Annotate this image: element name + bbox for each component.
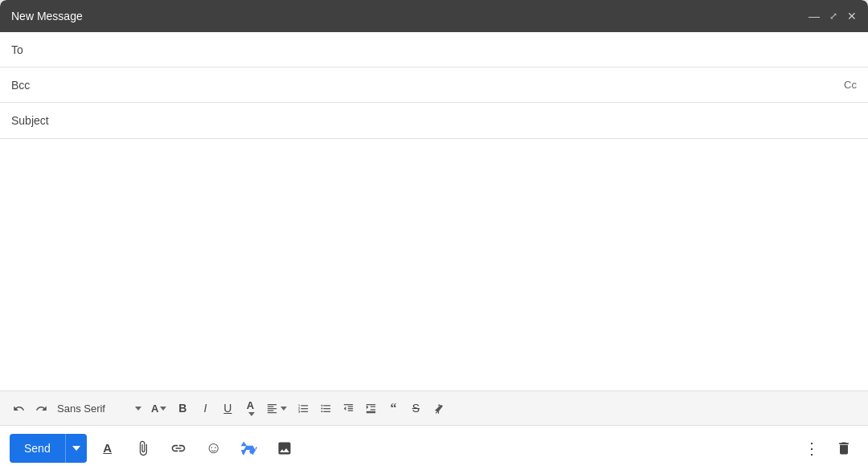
title-bar: New Message — ⤢ ✕ — [0, 0, 868, 32]
insert-link-button[interactable] — [164, 434, 193, 463]
font-family-selector[interactable]: Sans Serif Serif Fixed width Wide Narrow… — [53, 398, 145, 419]
bottom-bar: Send A ☺ ⋮ — [0, 425, 868, 470]
subject-field-row: Subject — [0, 103, 868, 138]
header-fields: To Bcc Cc Subject — [0, 32, 868, 139]
font-family-chevron-icon — [135, 407, 141, 411]
text-color-chevron-icon — [248, 412, 255, 416]
cc-toggle[interactable]: Cc — [844, 79, 857, 91]
remove-format-button[interactable] — [428, 398, 448, 419]
quote-button[interactable]: “ — [383, 398, 403, 419]
send-arrow-icon — [72, 446, 80, 451]
italic-button[interactable]: I — [194, 398, 215, 419]
bcc-label: Bcc — [11, 79, 43, 92]
attach-file-button[interactable] — [129, 434, 158, 463]
bold-button[interactable]: B — [172, 398, 193, 419]
undo-button[interactable] — [8, 398, 29, 419]
insert-photo-button[interactable] — [270, 434, 299, 463]
compose-window: New Message — ⤢ ✕ To Bcc Cc Subject — [0, 0, 868, 470]
bullet-list-button[interactable] — [315, 398, 336, 419]
underline-button[interactable]: U — [217, 398, 238, 419]
formatting-toggle-button[interactable]: A — [93, 434, 122, 463]
close-button[interactable]: ✕ — [847, 10, 857, 22]
body-input[interactable] — [11, 147, 857, 382]
bcc-field-row: Bcc Cc — [0, 67, 868, 103]
delete-button[interactable] — [829, 434, 858, 463]
bcc-input[interactable] — [43, 79, 837, 92]
redo-button[interactable] — [31, 398, 51, 419]
font-family-select[interactable]: Sans Serif Serif Fixed width Wide Narrow… — [57, 403, 133, 415]
text-color-label: A — [247, 400, 254, 411]
text-color-button[interactable]: A — [240, 398, 260, 419]
numbered-list-button[interactable] — [293, 398, 313, 419]
insert-drive-button[interactable] — [235, 434, 264, 463]
to-label: To — [11, 43, 43, 56]
expand-button[interactable]: ⤢ — [829, 11, 837, 21]
increase-indent-button[interactable] — [360, 398, 381, 419]
window-title: New Message — [11, 10, 83, 22]
body-area — [0, 139, 868, 390]
send-options-button[interactable] — [65, 434, 87, 463]
align-button[interactable] — [262, 398, 291, 419]
window-controls: — ⤢ ✕ — [809, 10, 857, 22]
to-input[interactable] — [43, 43, 857, 56]
subject-input[interactable] — [49, 114, 857, 127]
minimize-button[interactable]: — — [809, 10, 820, 22]
formatting-toolbar: Sans Serif Serif Fixed width Wide Narrow… — [0, 390, 868, 425]
insert-emoji-button[interactable]: ☺ — [199, 434, 228, 463]
align-chevron-icon — [280, 407, 287, 411]
more-options-button[interactable]: ⋮ — [797, 434, 826, 463]
send-button[interactable]: Send — [10, 434, 65, 463]
strikethrough-button[interactable]: S — [405, 398, 426, 419]
font-size-chevron-icon — [160, 407, 166, 411]
font-size-button[interactable]: A — [147, 398, 170, 419]
subject-label: Subject — [11, 114, 49, 127]
decrease-indent-button[interactable] — [338, 398, 358, 419]
to-field-row: To — [0, 32, 868, 67]
send-button-group: Send — [10, 434, 87, 463]
bottom-bar-right: ⋮ — [797, 434, 858, 463]
